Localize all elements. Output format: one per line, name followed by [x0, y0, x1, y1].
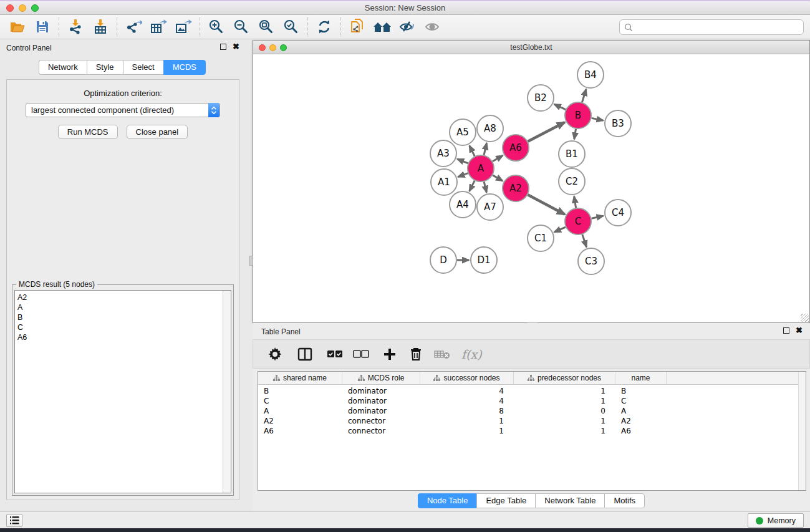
graph-edge-A-A7[interactable] [484, 181, 486, 192]
graph-node-C1[interactable]: C1 [528, 225, 554, 251]
select-all-columns-icon[interactable] [324, 343, 345, 365]
export-network-icon[interactable] [121, 16, 146, 37]
hide-graphics-details-icon[interactable] [395, 16, 420, 37]
tab-select[interactable]: Select [123, 60, 163, 75]
graph-edge-C-C4[interactable] [591, 216, 603, 218]
graph-node-B1[interactable]: B1 [559, 141, 585, 167]
graph-node-A8[interactable]: A8 [477, 115, 503, 142]
table-row[interactable]: Cdominator41C [258, 396, 806, 406]
float-table-panel-icon[interactable] [783, 327, 789, 334]
graph-node-A4[interactable]: A4 [450, 191, 476, 218]
zoom-selected-icon[interactable] [279, 16, 304, 37]
tab-edge-table[interactable]: Edge Table [476, 493, 535, 508]
criterion-dropdown[interactable]: largest connected component (directed) [26, 103, 220, 117]
graph-node-B2[interactable]: B2 [528, 85, 554, 111]
import-network-icon[interactable] [63, 16, 88, 37]
tab-motifs[interactable]: Motifs [604, 493, 645, 508]
export-table-icon[interactable] [146, 16, 171, 37]
delete-column-icon[interactable] [405, 343, 427, 365]
graph-node-B4[interactable]: B4 [577, 62, 604, 88]
graph-node-C3[interactable]: C3 [578, 248, 604, 274]
graph-edge-C-C2[interactable] [574, 196, 576, 208]
graph-edge-A2-C[interactable] [528, 195, 564, 214]
list-item[interactable]: A2 [17, 293, 231, 302]
network-window-titlebar[interactable]: testGlobe.txt [253, 41, 809, 54]
list-item[interactable]: A [17, 302, 231, 312]
graph-node-A[interactable]: A [468, 155, 494, 181]
graph-edge-A6-B[interactable] [528, 122, 565, 142]
graph-node-C2[interactable]: C2 [559, 168, 585, 195]
search-input[interactable] [636, 23, 799, 32]
save-session-icon[interactable] [30, 16, 55, 37]
unselect-all-columns-icon[interactable] [350, 343, 372, 365]
clone-network-icon[interactable] [345, 16, 370, 37]
close-table-panel-icon[interactable]: ✖ [796, 327, 803, 334]
list-item[interactable]: C [17, 322, 231, 332]
open-file-icon[interactable] [5, 16, 30, 37]
column-header-MCDS-role[interactable]: MCDS role [342, 372, 420, 384]
graph-node-A1[interactable]: A1 [431, 169, 457, 195]
graph-edge-A-A3[interactable] [457, 159, 468, 163]
table-row[interactable]: A6connector11A6 [258, 426, 806, 436]
table-row[interactable]: Bdominator41B [258, 386, 806, 396]
window-resize-grip-icon[interactable] [801, 314, 809, 322]
add-column-icon[interactable] [379, 343, 400, 365]
column-header-name[interactable]: name [615, 372, 667, 384]
tab-network-table[interactable]: Network Table [535, 493, 604, 508]
graph-edge-A-A5[interactable] [470, 145, 475, 156]
table-row[interactable]: Adominator80A [258, 406, 806, 416]
column-header-shared-name[interactable]: shared name [258, 372, 342, 384]
tab-node-table[interactable]: Node Table [418, 493, 477, 508]
graph-node-C[interactable]: C [565, 208, 591, 235]
split-columns-icon[interactable] [294, 343, 316, 365]
graph-node-B3[interactable]: B3 [605, 110, 631, 137]
table-row[interactable]: A2connector11A2 [258, 416, 806, 426]
graph-node-A3[interactable]: A3 [430, 140, 456, 167]
close-panel-button[interactable]: Close panel [127, 125, 188, 139]
column-header-predecessor-nodes[interactable]: predecessor nodes [514, 372, 615, 384]
search-field[interactable] [619, 19, 804, 35]
import-table-icon[interactable] [88, 16, 113, 37]
graph-node-D1[interactable]: D1 [471, 247, 497, 273]
graph-node-A2[interactable]: A2 [503, 175, 529, 201]
result-list-scrollbar[interactable] [223, 291, 231, 493]
run-mcds-button[interactable]: Run MCDS [58, 125, 118, 139]
home-icon[interactable] [370, 16, 395, 37]
memory-button[interactable]: Memory [748, 513, 804, 528]
float-panel-icon[interactable] [220, 44, 226, 50]
graph-node-B[interactable]: B [565, 102, 591, 128]
zoom-fit-icon[interactable] [254, 16, 279, 37]
column-header-successor-nodes[interactable]: successor nodes [420, 372, 514, 384]
list-item[interactable]: B [17, 312, 231, 322]
graph-node-A5[interactable]: A5 [450, 119, 476, 145]
graph-edge-B-B4[interactable] [582, 89, 586, 102]
tab-network[interactable]: Network [39, 60, 87, 75]
graph-edge-B-B2[interactable] [554, 104, 566, 110]
level-of-detail-icon[interactable] [420, 16, 445, 37]
zoom-out-icon[interactable] [229, 16, 254, 37]
graph-edge-A-A4[interactable] [470, 181, 475, 191]
graph-edge-B-B3[interactable] [592, 118, 604, 120]
gear-icon[interactable] [264, 343, 286, 365]
tab-mcds[interactable]: MCDS [163, 60, 206, 75]
export-image-icon[interactable] [171, 16, 196, 37]
panel-divider-grip[interactable] [249, 256, 253, 266]
list-item[interactable]: A6 [17, 332, 231, 342]
graph-node-D[interactable]: D [430, 247, 456, 273]
graph-node-A6[interactable]: A6 [503, 135, 529, 161]
table-scrollbar[interactable] [798, 372, 806, 490]
graph-node-C4[interactable]: C4 [605, 200, 631, 226]
graph-edge-B-B1[interactable] [574, 129, 576, 140]
function-builder-icon[interactable]: f(x) [461, 347, 482, 361]
graph-edge-A-A2[interactable] [493, 175, 503, 181]
graph-edge-A-A1[interactable] [458, 173, 468, 177]
refresh-icon[interactable] [312, 16, 337, 37]
graph-edge-C-C3[interactable] [582, 235, 587, 247]
network-canvas[interactable]: AA1A2A3A4A5A6A7A8BB1B2B3B4CC1C2C3C4DD1 [253, 54, 809, 322]
delete-table-icon[interactable] [432, 343, 453, 365]
graph-edge-A-A8[interactable] [484, 143, 487, 155]
graph-edge-C-C1[interactable] [554, 227, 566, 232]
zoom-in-icon[interactable] [204, 16, 229, 37]
task-history-icon[interactable] [6, 514, 22, 527]
close-panel-icon[interactable]: ✖ [233, 44, 239, 50]
